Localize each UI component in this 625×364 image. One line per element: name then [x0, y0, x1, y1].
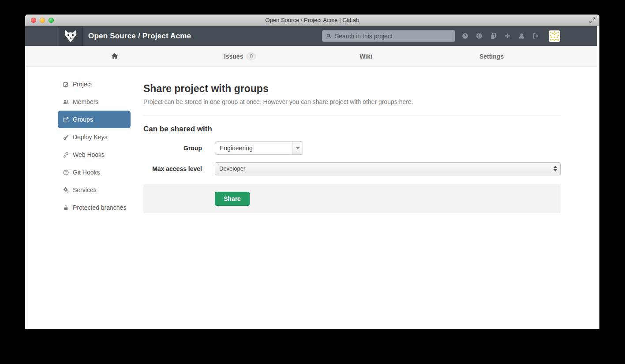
tab-wiki-label: Wiki — [359, 53, 372, 60]
sidebar-item-label: Deploy Keys — [73, 134, 108, 141]
lock-icon — [63, 204, 69, 211]
sidebar-item-label: Project — [73, 81, 92, 88]
sidebar-item-protected-branches[interactable]: Protected branches — [58, 199, 131, 216]
sidebar-item-label: Groups — [73, 116, 93, 123]
user-avatar[interactable] — [549, 30, 560, 42]
max-access-form-row: Max access level Developer — [143, 162, 561, 175]
pencil-square-icon — [63, 81, 69, 88]
sidebar-item-project[interactable]: Project — [58, 75, 131, 93]
gears-icon — [63, 187, 69, 193]
sidebar-item-web-hooks[interactable]: Web Hooks — [58, 146, 131, 163]
tab-settings-label: Settings — [479, 53, 504, 60]
page-description: Project can be stored in one group at on… — [143, 98, 561, 105]
share-project-panel: Share project with groups Project can be… — [143, 67, 561, 213]
tab-home[interactable] — [52, 46, 177, 67]
sidebar-item-groups[interactable]: Groups — [58, 111, 131, 128]
max-access-label: Max access level — [143, 165, 202, 172]
share-group-form: Group Engineering Max access level Devel… — [143, 141, 561, 213]
issues-count-badge: 0 — [246, 52, 256, 60]
search-box — [322, 30, 455, 42]
sidebar-item-label: Git Hooks — [73, 169, 100, 176]
expand-arrows-icon[interactable] — [588, 16, 597, 25]
sidebar-item-label: Web Hooks — [73, 151, 105, 158]
group-select-value: Engineering — [215, 142, 303, 154]
browser-scrollbar[interactable] — [597, 26, 599, 329]
window-titlebar: Open Source / Project Acme | GitLab — [25, 15, 599, 26]
tab-wiki[interactable]: Wiki — [303, 46, 429, 67]
plus-icon[interactable] — [504, 32, 511, 40]
world-icon[interactable] — [475, 32, 483, 40]
identicon-avatar-image — [549, 30, 560, 42]
section-divider — [143, 115, 561, 115]
sidebar-item-label: Services — [73, 186, 97, 193]
gitlab-logo[interactable] — [58, 26, 83, 46]
copy-icon[interactable] — [490, 32, 497, 40]
share-square-icon — [63, 116, 69, 123]
share-button[interactable]: Share — [215, 192, 250, 206]
sidebar-item-label: Members — [73, 98, 98, 105]
sidebar-item-label: Protected branches — [73, 204, 126, 211]
page-title: Share project with groups — [143, 83, 561, 95]
arrow-circle-up-icon — [63, 169, 69, 176]
help-icon[interactable]: ? — [461, 32, 469, 40]
search-input[interactable] — [322, 30, 455, 41]
browser-window: Open Source / Project Acme | GitLab Open… — [25, 15, 599, 329]
tab-settings[interactable]: Settings — [429, 46, 554, 67]
window-title: Open Source / Project Acme | GitLab — [25, 15, 599, 26]
group-select[interactable]: Engineering — [215, 141, 303, 155]
max-access-select-value: Developer — [215, 163, 560, 175]
link-icon — [63, 152, 69, 158]
sidebar-item-git-hooks[interactable]: Git Hooks — [58, 163, 131, 181]
sidebar-item-deploy-keys[interactable]: Deploy Keys — [58, 128, 131, 146]
settings-sidebar: Project Members — [58, 75, 131, 216]
form-actions: Share — [143, 184, 561, 213]
search-icon — [326, 33, 332, 41]
user-icon[interactable] — [518, 32, 525, 40]
project-nav: Issues 0 Wiki Settings — [25, 46, 599, 67]
tab-issues[interactable]: Issues 0 — [177, 46, 303, 67]
tab-issues-label: Issues — [224, 53, 243, 60]
gitlab-fox-icon — [64, 30, 78, 43]
group-form-row: Group Engineering — [143, 141, 561, 155]
group-label: Group — [143, 145, 202, 152]
sidebar-item-services[interactable]: Services — [58, 181, 131, 199]
home-icon — [111, 52, 119, 61]
svg-text:?: ? — [464, 33, 466, 38]
project-breadcrumb-title[interactable]: Open Source / Project Acme — [88, 26, 191, 46]
chevron-down-icon — [292, 142, 303, 154]
section-title: Can be shared with — [143, 125, 561, 134]
max-access-select[interactable]: Developer — [215, 162, 561, 175]
top-navbar: Open Source / Project Acme ? — [25, 26, 599, 46]
navbar-icon-row: ? — [461, 26, 560, 46]
sidebar-item-members[interactable]: Members — [58, 93, 131, 111]
page-content: Project Members — [25, 67, 599, 329]
key-icon — [63, 134, 69, 141]
sign-out-icon[interactable] — [532, 32, 539, 40]
users-icon — [63, 99, 69, 105]
select-spinner-icon — [554, 166, 557, 171]
